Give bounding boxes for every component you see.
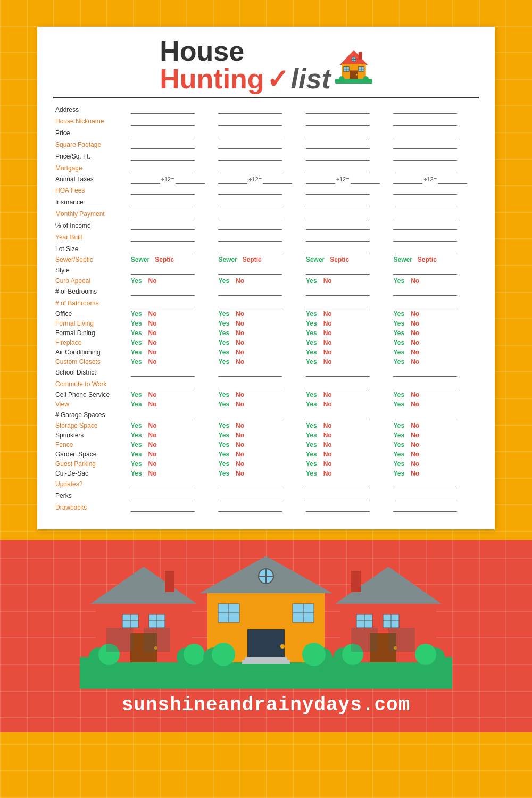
no-option[interactable]: No (236, 310, 244, 318)
yes-option[interactable]: Yes (393, 470, 404, 477)
yes-option[interactable]: Yes (393, 401, 404, 408)
no-option[interactable]: No (323, 391, 332, 398)
yes-option[interactable]: Yes (131, 401, 142, 408)
input-line[interactable] (131, 186, 195, 195)
no-option[interactable]: No (236, 451, 244, 458)
tax-input[interactable] (393, 175, 422, 184)
input-line[interactable] (218, 299, 282, 307)
sewer-option[interactable]: Sewer (218, 256, 237, 263)
no-option[interactable]: No (236, 339, 244, 346)
no-option[interactable]: No (236, 470, 244, 477)
yes-option[interactable]: Yes (393, 441, 404, 448)
no-option[interactable]: No (411, 451, 419, 458)
yes-option[interactable]: Yes (306, 320, 317, 327)
no-option[interactable]: No (411, 401, 419, 408)
yes-option[interactable]: Yes (218, 310, 229, 318)
input-line[interactable] (393, 266, 457, 275)
no-option[interactable]: No (148, 441, 157, 448)
input-line[interactable] (393, 503, 457, 512)
no-option[interactable]: No (411, 441, 419, 448)
input-line[interactable] (131, 380, 195, 388)
yes-option[interactable]: Yes (306, 401, 317, 408)
no-option[interactable]: No (236, 431, 244, 439)
no-option[interactable]: No (323, 431, 332, 439)
input-line[interactable] (393, 117, 457, 126)
no-option[interactable]: No (411, 460, 419, 468)
no-option[interactable]: No (323, 460, 332, 468)
no-option[interactable]: No (236, 422, 244, 429)
yes-option[interactable]: Yes (131, 431, 142, 439)
no-option[interactable]: No (411, 431, 419, 439)
no-option[interactable]: No (148, 391, 157, 398)
input-line[interactable] (393, 152, 457, 161)
input-line[interactable] (393, 287, 457, 296)
input-line[interactable] (218, 186, 282, 195)
no-option[interactable]: No (323, 441, 332, 448)
yes-option[interactable]: Yes (393, 422, 404, 429)
no-option[interactable]: No (148, 320, 157, 327)
input-line[interactable] (393, 210, 457, 218)
no-option[interactable]: No (148, 329, 157, 337)
no-option[interactable]: No (411, 320, 419, 327)
input-line[interactable] (131, 221, 195, 230)
tax-result[interactable] (263, 175, 292, 184)
input-line[interactable] (393, 105, 457, 114)
yes-option[interactable]: Yes (218, 401, 229, 408)
no-option[interactable]: No (236, 329, 244, 337)
yes-option[interactable]: Yes (218, 441, 229, 448)
no-option[interactable]: No (148, 277, 157, 285)
no-option[interactable]: No (323, 401, 332, 408)
input-line[interactable] (131, 368, 195, 377)
no-option[interactable]: No (236, 277, 244, 285)
no-option[interactable]: No (323, 451, 332, 458)
input-line[interactable] (393, 140, 457, 149)
yes-option[interactable]: Yes (218, 329, 229, 337)
tax-input[interactable] (131, 175, 160, 184)
input-line[interactable] (131, 129, 195, 137)
yes-option[interactable]: Yes (131, 339, 142, 346)
input-line[interactable] (131, 233, 195, 242)
no-option[interactable]: No (236, 441, 244, 448)
no-option[interactable]: No (236, 391, 244, 398)
input-line[interactable] (218, 245, 282, 253)
yes-option[interactable]: Yes (131, 310, 142, 318)
input-line[interactable] (131, 503, 195, 512)
yes-option[interactable]: Yes (393, 451, 404, 458)
yes-option[interactable]: Yes (306, 422, 317, 429)
input-line[interactable] (393, 368, 457, 377)
yes-option[interactable]: Yes (306, 348, 317, 356)
septic-option[interactable]: Septic (418, 256, 437, 263)
input-line[interactable] (306, 287, 370, 296)
input-line[interactable] (393, 233, 457, 242)
no-option[interactable]: No (411, 358, 419, 365)
input-line[interactable] (218, 129, 282, 137)
no-option[interactable]: No (148, 422, 157, 429)
input-line[interactable] (131, 480, 195, 488)
input-line[interactable] (131, 152, 195, 161)
no-option[interactable]: No (411, 348, 419, 356)
no-option[interactable]: No (323, 329, 332, 337)
yes-option[interactable]: Yes (306, 460, 317, 468)
sewer-option[interactable]: Sewer (131, 256, 149, 263)
input-line[interactable] (131, 266, 195, 275)
yes-option[interactable]: Yes (131, 460, 142, 468)
input-line[interactable] (306, 480, 370, 488)
input-line[interactable] (393, 299, 457, 307)
no-option[interactable]: No (148, 358, 157, 365)
input-line[interactable] (393, 492, 457, 500)
input-line[interactable] (393, 186, 457, 195)
no-option[interactable]: No (323, 310, 332, 318)
yes-option[interactable]: Yes (131, 422, 142, 429)
input-line[interactable] (393, 164, 457, 172)
yes-option[interactable]: Yes (131, 277, 142, 285)
input-line[interactable] (393, 198, 457, 206)
yes-option[interactable]: Yes (131, 391, 142, 398)
no-option[interactable]: No (148, 348, 157, 356)
no-option[interactable]: No (148, 401, 157, 408)
no-option[interactable]: No (411, 329, 419, 337)
input-line[interactable] (306, 164, 370, 172)
no-option[interactable]: No (323, 348, 332, 356)
input-line[interactable] (306, 503, 370, 512)
input-line[interactable] (131, 299, 195, 307)
input-line[interactable] (218, 411, 282, 419)
